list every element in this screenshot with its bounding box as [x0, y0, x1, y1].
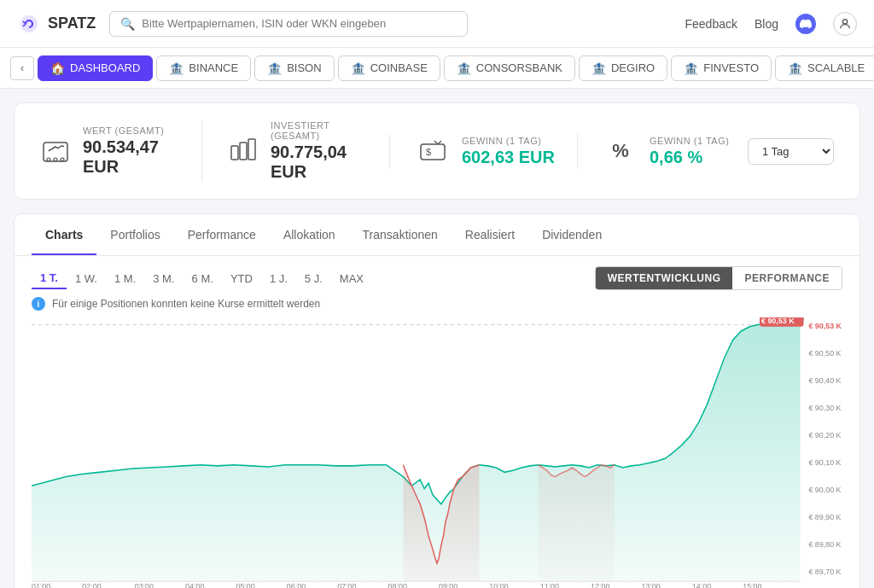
svg-text:€ 90,53 K: € 90,53 K	[761, 317, 795, 326]
svg-text:09:00: 09:00	[439, 582, 457, 588]
chart-area: € 90,53 K € 90,50 K € 90,40 K € 90,30 K …	[15, 317, 859, 588]
stat-wert-content: WERT (Gesamt) 90.534,47 EUR	[83, 125, 184, 177]
search-input[interactable]	[142, 17, 457, 30]
finvesto-tab-label: FINVESTO	[703, 61, 759, 74]
time-btn-1w[interactable]: 1 W.	[67, 269, 106, 288]
stat-wert-label: WERT (Gesamt)	[83, 125, 184, 136]
feedback-link[interactable]: Feedback	[685, 17, 737, 31]
time-btn-1j[interactable]: 1 J.	[261, 269, 296, 288]
svg-text:01:00: 01:00	[32, 582, 50, 588]
stat-gewinn-pct-value: 0,66 %	[650, 148, 729, 167]
svg-rect-8	[421, 144, 445, 160]
svg-text:10:00: 10:00	[489, 582, 508, 588]
svg-text:15:00: 15:00	[743, 582, 761, 588]
content-tabs: Charts Portfolios Performance Allokation…	[15, 214, 859, 256]
stat-gewinn-eur-label: GEWINN (1 Tag)	[462, 136, 555, 146]
time-btn-ytd[interactable]: YTD	[222, 269, 261, 288]
app-name: SPATZ	[48, 15, 96, 32]
stat-gewinn-eur: $ GEWINN (1 Tag) 602,63 EUR	[389, 134, 560, 168]
svg-text:11:00: 11:00	[540, 582, 559, 588]
bison-tab-icon: 🏦	[267, 61, 282, 75]
content-tab-realisiert[interactable]: Realisiert	[452, 214, 528, 255]
time-btn-6m[interactable]: 6 M.	[184, 269, 222, 288]
stat-investiert-content: INVESTIERT (Gesamt) 90.775,04 EUR	[271, 120, 372, 182]
stat-wert-value: 90.534,47 EUR	[83, 137, 184, 177]
chart-controls: 1 T. 1 W. 1 M. 3 M. 6 M. YTD 1 J. 5 J. M…	[15, 256, 859, 294]
nav-tab-finvesto[interactable]: 🏦 FINVESTO	[671, 55, 772, 81]
finvesto-tab-icon: 🏦	[684, 61, 698, 75]
dashboard-tab-icon: 🏠	[50, 61, 65, 75]
content-tab-charts[interactable]: Charts	[32, 214, 96, 255]
svg-text:05:00: 05:00	[236, 582, 254, 588]
nav-tab-scalable[interactable]: 🏦 SCALABLE	[775, 55, 874, 81]
nav-tab-consorsbank[interactable]: 🏦 CONSORSBANK	[444, 55, 575, 81]
chart-type-performance[interactable]: PERFORMANCE	[732, 267, 842, 289]
svg-rect-5	[231, 146, 238, 160]
content-tab-transaktionen[interactable]: Transaktionen	[349, 214, 452, 255]
svg-text:04:00: 04:00	[185, 582, 204, 588]
svg-rect-7	[248, 139, 255, 160]
discord-icon[interactable]	[795, 14, 816, 34]
stat-gewinn-pct-content: GEWINN (1 Tag) 0,66 %	[650, 136, 729, 167]
svg-text:€ 90,53 K: € 90,53 K	[808, 322, 842, 330]
svg-text:€ 90,20 K: € 90,20 K	[808, 431, 842, 440]
gewinn-eur-icon: $	[416, 134, 450, 168]
stat-gewinn-eur-value: 602,63 EUR	[462, 148, 555, 167]
svg-text:€ 90,50 K: € 90,50 K	[808, 349, 842, 358]
nav-tab-bison[interactable]: 🏦 BISON	[254, 55, 334, 81]
chart-type-buttons: WERTENTWICKLUNG PERFORMANCE	[595, 266, 842, 290]
scalable-tab-icon: 🏦	[788, 61, 802, 75]
time-btn-1m[interactable]: 1 M.	[106, 269, 144, 288]
content-tab-performance[interactable]: Performance	[174, 214, 270, 255]
stat-investiert: INVESTIERT (Gesamt) 90.775,04 EUR	[201, 120, 372, 182]
nav-left-arrow[interactable]: ‹	[10, 56, 34, 80]
stats-section: WERT (Gesamt) 90.534,47 EUR INVESTIERT (…	[14, 102, 860, 200]
info-text: Für einige Positionen konnten keine Kurs…	[52, 298, 320, 310]
main-content: Charts Portfolios Performance Allokation…	[14, 213, 860, 588]
nav-tab-degiro[interactable]: 🏦 DEGIRO	[579, 55, 667, 81]
binance-tab-label: BINANCE	[189, 61, 238, 74]
stat-gewinn-pct: % GEWINN (1 Tag) 0,66 %	[577, 134, 748, 168]
time-btn-max[interactable]: MAX	[331, 269, 372, 288]
svg-text:07:00: 07:00	[337, 582, 356, 588]
svg-text:06:00: 06:00	[287, 582, 306, 588]
consorsbank-tab-icon: 🏦	[457, 61, 471, 75]
search-bar[interactable]: 🔍	[109, 11, 468, 37]
svg-point-0	[842, 19, 847, 23]
scalable-tab-label: SCALABLE	[807, 61, 865, 74]
wert-icon	[40, 134, 71, 168]
time-btn-5j[interactable]: 5 J.	[296, 269, 331, 288]
stat-gewinn-pct-label: GEWINN (1 Tag)	[650, 136, 729, 146]
logo-icon	[17, 12, 41, 36]
content-tab-allokation[interactable]: Allokation	[270, 214, 349, 255]
header: SPATZ 🔍 Feedback Blog	[0, 0, 874, 48]
info-icon: i	[32, 297, 45, 311]
period-select[interactable]: 1 Tag 1 Woche 1 Monat 3 Monate 6 Monate …	[748, 138, 834, 165]
investiert-icon	[228, 134, 259, 168]
time-btn-1t[interactable]: 1 T.	[32, 268, 67, 289]
svg-text:€ 90,10 K: € 90,10 K	[808, 458, 842, 467]
stat-wert: WERT (Gesamt) 90.534,47 EUR	[40, 125, 184, 177]
svg-text:12:00: 12:00	[591, 582, 609, 588]
svg-text:02:00: 02:00	[82, 582, 101, 588]
chart-type-wertentwicklung[interactable]: WERTENTWICKLUNG	[596, 267, 733, 289]
svg-text:$: $	[426, 147, 431, 157]
gewinn-pct-icon: %	[603, 134, 638, 168]
svg-text:€ 89,70 K: € 89,70 K	[808, 568, 842, 576]
nav-tab-dashboard[interactable]: 🏠 DASHBOARD	[38, 55, 153, 81]
stat-investiert-label: INVESTIERT (Gesamt)	[271, 120, 372, 141]
stat-investiert-value: 90.775,04 EUR	[271, 143, 372, 182]
time-btn-3m[interactable]: 3 M.	[144, 269, 183, 288]
nav-tabs: ‹ 🏠 DASHBOARD 🏦 BINANCE 🏦 BISON 🏦 COINBA…	[0, 48, 874, 89]
info-notice: i Für einige Positionen konnten keine Ku…	[15, 294, 859, 317]
content-tab-dividenden[interactable]: Dividenden	[528, 214, 615, 255]
nav-tab-binance[interactable]: 🏦 BINANCE	[156, 55, 251, 81]
degiro-tab-icon: 🏦	[591, 61, 606, 75]
header-right: Feedback Blog	[685, 12, 857, 36]
user-icon[interactable]	[833, 12, 857, 36]
nav-tab-coinbase[interactable]: 🏦 COINBASE	[338, 55, 440, 81]
search-icon: 🔍	[120, 17, 135, 31]
blog-link[interactable]: Blog	[755, 17, 778, 31]
svg-text:14:00: 14:00	[692, 582, 711, 588]
content-tab-portfolios[interactable]: Portfolios	[96, 214, 173, 255]
